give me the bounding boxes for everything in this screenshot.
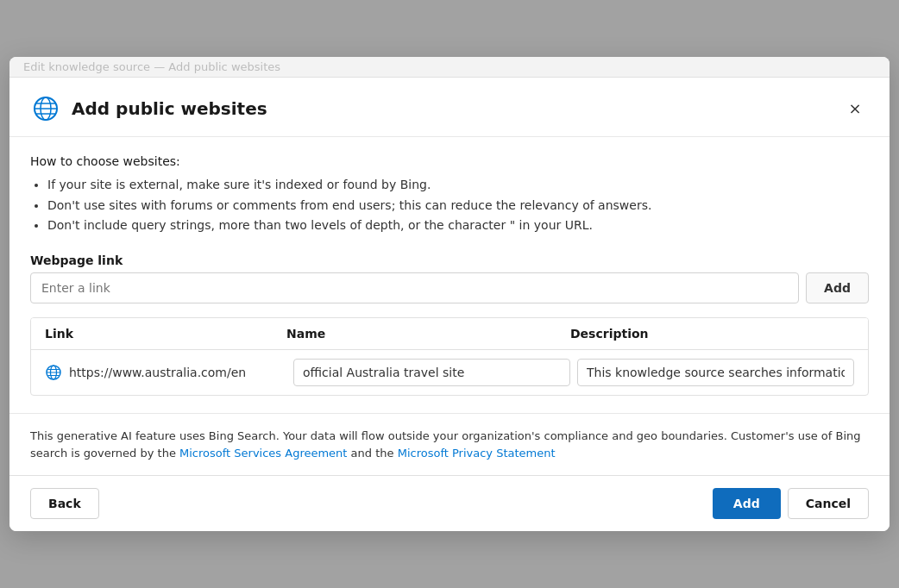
url-input[interactable] [30, 272, 799, 303]
disclaimer-section: This generative AI feature uses Bing Sea… [9, 413, 890, 475]
row-globe-icon [45, 364, 62, 381]
modal-title: Add public websites [72, 98, 831, 119]
cell-link: https://www.australia.com/en [45, 364, 286, 381]
instruction-item-2: Don't use sites with forums or comments … [47, 196, 869, 216]
modal-footer: Back Add Cancel [9, 475, 890, 531]
microsoft-services-link[interactable]: Microsoft Services Agreement [179, 447, 347, 460]
cell-description [577, 359, 854, 386]
instruction-item-1: If your site is external, make sure it's… [47, 175, 869, 196]
input-row: Add [30, 272, 869, 303]
footer-right: Add Cancel [713, 488, 869, 519]
description-input[interactable] [577, 359, 854, 386]
background-title: Edit knowledge source — Add public websi… [23, 60, 280, 73]
close-button[interactable]: × [841, 95, 869, 122]
instruction-item-3: Don't include query strings, more than t… [47, 216, 869, 236]
disclaimer-text-between: and the [347, 447, 397, 460]
table-row: https://www.australia.com/en [31, 350, 868, 395]
modal-dialog: Edit knowledge source — Add public websi… [9, 57, 890, 531]
modal-header: Add public websites × [9, 78, 890, 137]
form-label: Webpage link [30, 253, 869, 267]
add-link-button[interactable]: Add [806, 272, 869, 303]
col-header-name: Name [286, 327, 570, 341]
modal-overlay: Edit knowledge source — Add public websi… [0, 0, 899, 588]
back-button[interactable]: Back [30, 488, 99, 519]
instructions-list: If your site is external, make sure it's… [30, 175, 869, 236]
modal-body: How to choose websites: If your site is … [9, 137, 890, 413]
globe-icon [30, 93, 61, 124]
websites-table: Link Name Description https://www.aust [30, 317, 869, 396]
cancel-button[interactable]: Cancel [788, 488, 869, 519]
col-header-description: Description [570, 327, 854, 341]
microsoft-privacy-link[interactable]: Microsoft Privacy Statement [398, 447, 556, 460]
col-header-link: Link [45, 327, 286, 341]
cell-name [293, 359, 570, 386]
table-header: Link Name Description [31, 318, 868, 350]
form-section: Webpage link Add [30, 253, 869, 303]
background-strip: Edit knowledge source — Add public websi… [9, 57, 890, 78]
instructions-section: How to choose websites: If your site is … [30, 154, 869, 236]
name-input[interactable] [293, 359, 570, 386]
instructions-heading: How to choose websites: [30, 154, 869, 168]
add-button[interactable]: Add [713, 488, 781, 519]
cell-link-text: https://www.australia.com/en [69, 366, 246, 379]
footer-left: Back [30, 488, 99, 519]
